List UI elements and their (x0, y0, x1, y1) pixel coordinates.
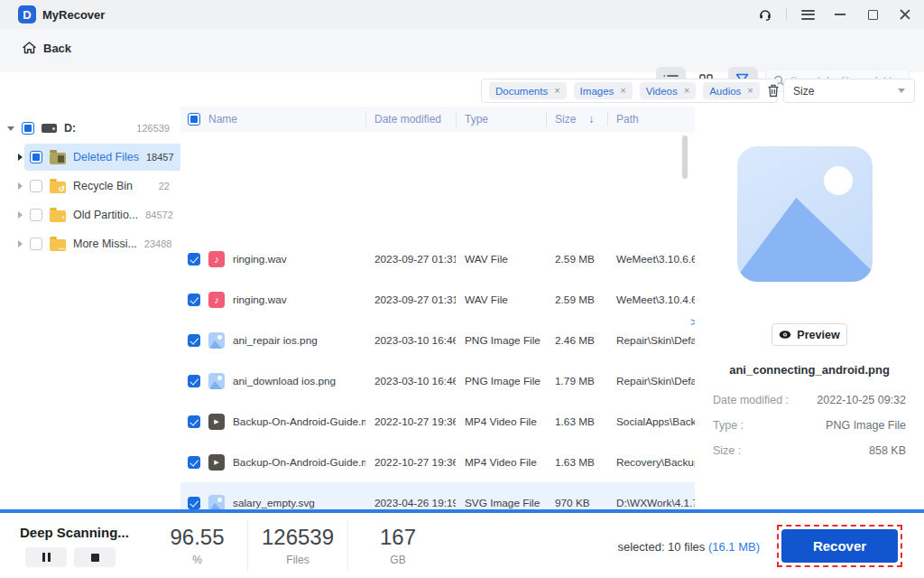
stop-button[interactable] (74, 547, 116, 567)
titlebar-divider (786, 8, 787, 21)
filter-chip-images[interactable]: Images × (574, 82, 633, 99)
sidebar-item-old-partition[interactable]: ◔ Old Partitio... 84572 (7, 201, 177, 228)
chip-close-icon[interactable]: × (554, 86, 559, 96)
row-checkbox[interactable] (188, 375, 200, 387)
table-row[interactable]: ♪ringing.wav 2023-09-27 01:31 WAV File 2… (180, 279, 695, 320)
preview-field-type: Type : PNG Image File (713, 419, 906, 432)
column-header-date-modified[interactable]: Date modified (365, 112, 456, 126)
file-path: WeMeet\3.10.4.63... (607, 294, 695, 306)
title-bar: D MyRecover (0, 0, 924, 29)
menu-icon[interactable] (796, 3, 819, 26)
deleted-files-folder-icon (50, 153, 66, 164)
sidebar-item-drive-d[interactable]: D: 126539 (7, 115, 177, 142)
chip-label: Documents (495, 86, 548, 97)
tree-checkbox[interactable] (30, 180, 42, 192)
drive-tree-sidebar: D: 126539 Deleted Files 18457 ↺ Recycle … (0, 107, 180, 510)
tree-count: 84572 (145, 210, 180, 220)
filter-chip-videos[interactable]: Videos × (640, 82, 696, 99)
collapse-caret-icon[interactable] (18, 240, 23, 247)
filter-chip-audios[interactable]: Audios × (703, 82, 760, 99)
tree-checkbox[interactable] (22, 122, 34, 135)
table-row[interactable]: ani_download ios.png 2023-03-10 16:46 PN… (180, 360, 695, 401)
file-size: 2.46 MB (546, 334, 607, 347)
chip-close-icon[interactable]: × (620, 86, 625, 96)
stat-unit: % (192, 554, 202, 566)
back-button[interactable]: Back (22, 41, 71, 55)
row-checkbox[interactable] (188, 415, 200, 428)
chip-close-icon[interactable]: × (747, 86, 753, 96)
collapse-caret-icon[interactable] (18, 154, 23, 161)
select-all-checkbox[interactable] (188, 113, 200, 126)
close-icon[interactable] (893, 3, 917, 26)
size-dropdown[interactable]: Size (783, 79, 915, 103)
table-row[interactable]: ♪ringing.wav 2023-09-27 01:31 WAV File 2… (180, 238, 695, 279)
sort-descending-icon[interactable]: ↓ (588, 113, 594, 126)
video-file-icon: ▶ (208, 454, 225, 471)
header-label: Date modified (374, 113, 441, 126)
collapse-caret-icon[interactable] (18, 182, 23, 190)
file-size: 970 KB (546, 497, 607, 509)
table-row-selected[interactable]: salary_empty.svg 2023-04-26 19:19 SVG Im… (180, 482, 695, 510)
row-checkbox[interactable] (188, 334, 200, 347)
sidebar-item-more-missing[interactable]: ... More Missi... 23488 (7, 230, 177, 257)
row-checkbox[interactable] (188, 456, 200, 469)
tree-label: Deleted Files (73, 151, 139, 163)
preview-button[interactable]: Preview (772, 323, 847, 346)
column-header-type[interactable]: Type (456, 112, 546, 126)
tree-count: 23488 (144, 238, 180, 249)
row-checkbox[interactable] (188, 253, 200, 266)
chip-close-icon[interactable]: × (684, 86, 689, 96)
filter-chip-documents[interactable]: Documents × (489, 82, 567, 99)
file-size: 1.63 MB (546, 456, 607, 469)
file-name: ringing.wav (233, 294, 287, 306)
file-name: salary_empty.svg (233, 497, 315, 509)
selected-size-text: (16.1 MB) (708, 540, 760, 554)
file-type: WAV File (456, 253, 546, 266)
tree-checkbox[interactable] (30, 238, 42, 250)
row-checkbox[interactable] (188, 294, 200, 306)
tree-checkbox[interactable] (30, 151, 42, 163)
file-name: ringing.wav (233, 253, 287, 266)
stat-gb: 167 GB (347, 520, 448, 571)
table-row[interactable]: ▶Backup-On-Android-Guide.mp4 2022-10-27 … (180, 401, 695, 442)
file-type: MP4 Video File (456, 456, 546, 469)
minimize-icon[interactable] (828, 3, 852, 26)
row-checkbox[interactable] (188, 497, 200, 509)
sidebar-item-deleted-files[interactable]: Deleted Files 18457 (7, 144, 177, 171)
field-value: 2022-10-25 09:32 (817, 394, 906, 406)
file-path: Repair\Skin\Defau... (607, 334, 695, 347)
file-path: D:\WXWork\4.1.7.... (607, 497, 695, 509)
file-date: 2023-09-27 01:31 (365, 253, 456, 266)
column-header-name[interactable]: Name (180, 112, 365, 126)
tree-checkbox[interactable] (30, 209, 42, 221)
scan-status-label: Deep Scanning... (20, 525, 129, 540)
table-scrollbar[interactable] (682, 135, 688, 179)
column-header-path[interactable]: Path (607, 112, 695, 126)
chip-label: Images (580, 86, 614, 97)
field-label: Type : (713, 419, 744, 432)
drive-icon (42, 124, 57, 133)
column-header-size[interactable]: Size↓ (546, 112, 607, 126)
table-row[interactable]: ani_repair ios.png 2023-03-10 16:46 PNG … (180, 320, 695, 360)
chip-label: Videos (646, 86, 678, 97)
pause-button[interactable] (25, 547, 67, 567)
collapse-caret-icon[interactable] (18, 211, 23, 219)
table-row[interactable]: ▶Backup-On-Android-Guide.mp4 2022-10-27 … (180, 442, 695, 482)
recover-button[interactable]: Recover (781, 529, 898, 563)
preview-panel: Preview ani_connecting_android.png Date … (695, 107, 924, 510)
audio-file-icon: ♪ (208, 292, 225, 308)
recycle-bin-folder-icon: ↺ (50, 182, 66, 193)
status-bar: Deep Scanning... 96.55 % 126539 Files 16… (0, 513, 924, 578)
file-date: 2023-04-26 19:19 (365, 497, 456, 509)
sidebar-item-recycle-bin[interactable]: ↺ Recycle Bin 22 (7, 172, 177, 200)
file-date: 2023-09-27 01:31 (365, 294, 456, 306)
maximize-icon[interactable] (861, 3, 884, 26)
trash-icon[interactable] (767, 84, 780, 98)
support-headset-icon[interactable] (753, 3, 777, 26)
file-size: 1.63 MB (546, 415, 607, 428)
stat-percent: 96.55 % (147, 520, 247, 571)
chevron-down-icon (898, 89, 905, 93)
expand-caret-icon[interactable] (7, 126, 14, 131)
old-partition-folder-icon: ◔ (50, 210, 66, 222)
tree-count: 18457 (146, 152, 181, 163)
